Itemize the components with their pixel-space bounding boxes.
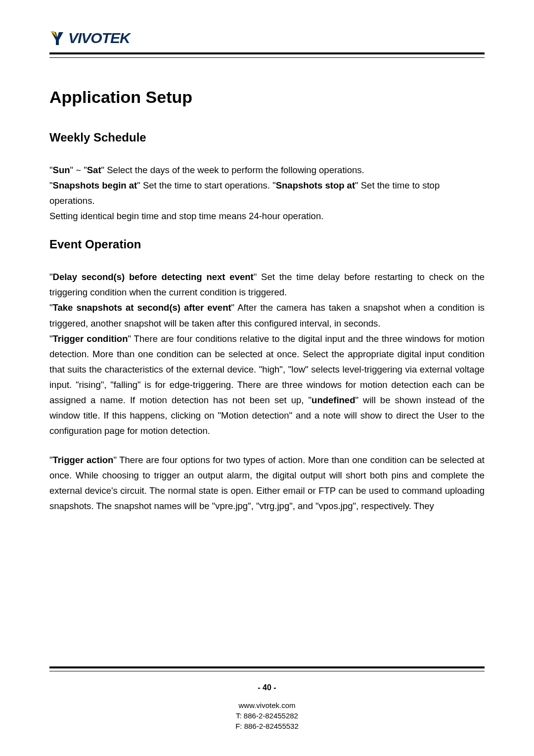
text: " — [49, 302, 53, 313]
page-footer: - 40 - www.vivotek.com T: 886-2-82455282… — [0, 666, 534, 731]
kw-delay-seconds: Delay second(s) before detecting next ev… — [53, 272, 254, 282]
kw-snapshots-stop: Snapshots stop at — [276, 180, 355, 190]
text: " — [49, 272, 53, 282]
logo-mark-icon — [49, 30, 65, 46]
text: " — [49, 455, 53, 465]
footer-url: www.vivotek.com — [0, 700, 534, 710]
header-rule-thick — [49, 52, 485, 54]
text: Setting identical begin time and stop ti… — [49, 208, 485, 224]
kw-sat: Sat — [87, 165, 101, 175]
section-heading-event: Event Operation — [49, 237, 485, 251]
text: " Set the time to start operations. " — [137, 180, 276, 190]
brand-logo: VIVOTEK — [49, 30, 485, 47]
kw-undefined: undefined — [312, 395, 355, 405]
kw-snapshots-begin: Snapshots begin at — [53, 180, 137, 190]
kw-take-snapshots: Take snapshots at second(s) after event — [53, 302, 231, 313]
kw-trigger-condition: Trigger condition — [53, 333, 128, 344]
kw-sun: Sun — [53, 165, 70, 175]
footer-rule-thick — [49, 666, 485, 668]
text: " ~ " — [70, 165, 87, 175]
event-operation-body-2: "Trigger action" There are four options … — [49, 452, 485, 514]
section-heading-weekly: Weekly Schedule — [49, 131, 485, 144]
weekly-schedule-body: "Sun" ~ "Sat" Select the days of the wee… — [49, 162, 485, 224]
logo-text: VIVOTEK — [68, 30, 130, 47]
text: " — [49, 333, 53, 344]
page-title: Application Setup — [49, 88, 485, 107]
text: " — [49, 180, 53, 190]
text: " There are four options for two types o… — [49, 455, 485, 511]
kw-trigger-action: Trigger action — [53, 455, 114, 465]
footer-rule-thin — [49, 671, 485, 671]
footer-fax: F: 886-2-82455532 — [0, 721, 534, 731]
footer-tel: T: 886-2-82455282 — [0, 710, 534, 721]
text: " — [49, 165, 53, 175]
event-operation-body-1: "Delay second(s) before detecting next e… — [49, 269, 485, 438]
svg-marker-0 — [51, 32, 63, 45]
page-number: - 40 - — [0, 683, 534, 692]
text: " Select the days of the week to perform… — [101, 165, 364, 175]
